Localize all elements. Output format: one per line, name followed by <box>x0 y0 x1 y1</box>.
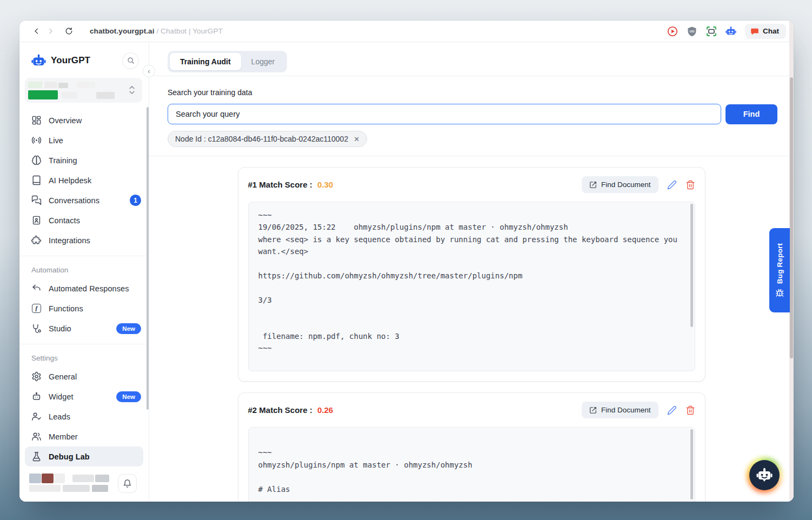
sidebar-item-label: Contacts <box>49 216 80 225</box>
sidebar-item-functions[interactable]: ƒ Functions <box>19 298 149 318</box>
sidebar-item-training[interactable]: Training <box>19 150 149 170</box>
page-scrollbar[interactable] <box>789 21 794 502</box>
search-section-label: Search your training data <box>168 88 777 97</box>
studio-icon <box>31 323 42 334</box>
user-redacted-block <box>95 475 109 482</box>
sidebar-item-conversations[interactable]: Conversations 1 <box>19 190 149 210</box>
user-redacted-block <box>29 485 61 492</box>
sidebar-item-label: Integrations <box>49 236 90 245</box>
external-link-icon <box>589 406 597 414</box>
sidebar-scrollbar[interactable] <box>147 107 149 410</box>
codeblock-scrollbar[interactable] <box>690 204 693 327</box>
puzzle-icon <box>31 235 42 245</box>
workspace-redacted-block <box>28 90 58 99</box>
codeblock-scrollbar[interactable] <box>690 429 693 499</box>
sidebar-item-label: Leads <box>49 412 70 421</box>
sidebar-item-general[interactable]: General <box>19 366 149 386</box>
match-score-title: #1 Match Score : 0.30 <box>248 180 334 189</box>
sidebar-item-debug-lab[interactable]: Debug Lab <box>25 446 143 466</box>
divider <box>19 344 149 344</box>
find-button[interactable]: Find <box>726 104 777 124</box>
sidebar-item-widget[interactable]: Widget New <box>19 386 149 406</box>
sidebar-item-label: AI Helpdesk <box>49 176 91 185</box>
divider <box>19 256 149 256</box>
chat-extension-button[interactable]: Chat <box>745 24 786 39</box>
external-link-icon <box>589 181 597 189</box>
bug-icon <box>775 289 784 297</box>
sidebar-item-contacts[interactable]: Contacts <box>19 210 149 230</box>
workspace-selector[interactable] <box>25 78 142 103</box>
node-id-chip-label: Node Id : c12a8084-db46-11f0-bcab-0242ac… <box>175 135 348 143</box>
sidebar-item-overview[interactable]: Overview <box>19 110 149 130</box>
chunk-text: ~~~ 19/06/2025, 15:22 ohmyzsh/plugins/np… <box>258 209 685 355</box>
sidebar-item-member[interactable]: Member <box>19 426 149 446</box>
reload-icon[interactable] <box>62 24 76 38</box>
sidebar-item-label: Overview <box>49 116 82 125</box>
sidebar-item-label: Training <box>49 156 77 165</box>
sidebar-item-automated-responses[interactable]: Automated Responses <box>19 278 149 298</box>
sidebar: YourGPT Overview <box>19 42 149 502</box>
workspace-redacted-block <box>58 83 68 88</box>
sidebar-item-integrations[interactable]: Integrations <box>19 230 149 250</box>
delete-icon[interactable] <box>685 180 695 190</box>
search-input[interactable] <box>168 104 721 124</box>
user-profile-redacted[interactable] <box>29 474 110 493</box>
capture-icon[interactable] <box>706 26 717 37</box>
record-icon[interactable] <box>667 26 678 37</box>
training-chunk-content[interactable]: ~~~ 19/06/2025, 15:22 ohmyzsh/plugins/np… <box>248 202 695 371</box>
url-path: / Chatbot | YourGPT <box>155 27 223 35</box>
sidebar-search-button[interactable] <box>122 52 139 69</box>
bug-report-button[interactable]: Bug Report <box>769 228 790 312</box>
live-icon <box>31 135 42 145</box>
conversations-icon <box>31 195 42 205</box>
chat-widget-robot-icon <box>756 466 773 484</box>
user-redacted-block <box>63 485 90 492</box>
delete-icon[interactable] <box>685 405 695 415</box>
find-document-button[interactable]: Find Document <box>582 176 658 193</box>
chat-widget-button[interactable] <box>749 459 780 491</box>
sidebar-item-label: Automated Responses <box>49 284 129 293</box>
sidebar-item-label: Widget <box>49 392 74 401</box>
workspace-redacted-block <box>96 92 115 99</box>
reply-arrow-icon <box>31 283 42 294</box>
chip-remove-icon[interactable]: ✕ <box>354 136 360 143</box>
tab-training-audit[interactable]: Training Audit <box>170 53 241 70</box>
tab-bar: Training Audit Logger <box>149 42 794 76</box>
sidebar-item-leads[interactable]: Leads <box>19 406 149 426</box>
flask-icon <box>31 451 42 462</box>
users-icon <box>31 431 42 442</box>
notifications-button[interactable] <box>118 474 137 493</box>
edit-icon[interactable] <box>667 405 677 415</box>
browser-toolbar: chatbot.yourgpt.ai / Chatbot | YourGPT U… <box>19 21 794 42</box>
sidebar-item-studio[interactable]: Studio New <box>19 318 149 338</box>
sidebar-item-label: Studio <box>49 324 71 333</box>
adblock-shield-icon[interactable]: UO <box>687 26 697 37</box>
training-chunk-content[interactable]: ~~~ ohmyzsh/plugins/npm at master · ohmy… <box>248 427 695 502</box>
workspace-redacted-block <box>44 82 57 88</box>
forward-icon[interactable] <box>43 24 57 38</box>
sidebar-item-label: Conversations <box>49 196 99 205</box>
sidebar-collapse-button[interactable]: ‹ <box>143 65 155 77</box>
overview-icon <box>31 115 42 125</box>
tab-logger[interactable]: Logger <box>241 53 285 70</box>
function-icon: ƒ <box>31 303 42 314</box>
user-redacted-block <box>72 475 94 482</box>
sidebar-item-label: Functions <box>49 304 83 313</box>
chevron-updown-icon <box>128 85 136 96</box>
find-document-button[interactable]: Find Document <box>582 402 658 418</box>
edit-icon[interactable] <box>667 180 677 190</box>
match-score-value: 0.30 <box>317 180 333 189</box>
match-result-card: #1 Match Score : 0.30 Find Document <box>238 167 705 382</box>
chat-bubble-icon <box>750 27 759 36</box>
bell-icon <box>123 479 132 488</box>
sidebar-item-ai-helpdesk[interactable]: AI Helpdesk <box>19 170 149 190</box>
yourgpt-extension-icon[interactable] <box>726 26 736 37</box>
svg-text:UO: UO <box>690 29 695 32</box>
address-bar[interactable]: chatbot.yourgpt.ai / Chatbot | YourGPT <box>90 27 223 35</box>
page-scrollbar-thumb[interactable] <box>790 77 793 358</box>
back-icon[interactable] <box>29 24 43 38</box>
match-score-value: 0.26 <box>317 405 333 415</box>
sidebar-item-live[interactable]: Live <box>19 130 149 150</box>
main-content: Training Audit Logger Search your traini… <box>149 42 794 502</box>
user-redacted-block <box>29 474 41 483</box>
